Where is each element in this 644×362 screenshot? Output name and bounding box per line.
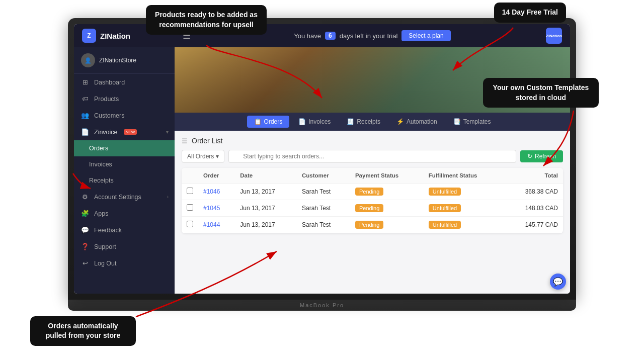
row-fulfillment: Unfulfilled bbox=[424, 200, 504, 217]
app-logo-text: ZINation bbox=[100, 32, 130, 40]
laptop-body: Z ZINation ☰ You have 6 days left in you… bbox=[68, 18, 576, 300]
order-link[interactable]: #1044 bbox=[203, 221, 220, 228]
row-payment: Pending bbox=[350, 184, 424, 200]
tab-invoices-icon: 📄 bbox=[298, 118, 306, 125]
fulfillment-badge: Unfulfilled bbox=[429, 188, 461, 196]
avatar: 👤 bbox=[81, 53, 95, 67]
order-list-icon: ☰ bbox=[182, 137, 188, 145]
sidebar-item-logout[interactable]: ↩ Log Out bbox=[74, 255, 175, 272]
row-fulfillment: Unfulfilled bbox=[424, 217, 504, 233]
new-badge: NEW bbox=[124, 129, 137, 135]
payment-badge: Pending bbox=[355, 188, 383, 196]
row-order: #1045 bbox=[198, 200, 235, 217]
payment-badge: Pending bbox=[355, 221, 383, 229]
sidebar-label-dashboard: Dashboard bbox=[94, 79, 125, 86]
row-total: 148.03 CAD bbox=[504, 200, 563, 217]
search-input[interactable] bbox=[228, 150, 516, 163]
table-row: #1045 Jun 13, 2017 Sarah Test Pending Un… bbox=[182, 200, 563, 217]
sidebar-item-customers[interactable]: 👥 Customers bbox=[74, 107, 175, 124]
tab-automation-icon: ⚡ bbox=[396, 118, 404, 125]
tab-receipts[interactable]: 🧾 Receipts bbox=[340, 116, 387, 128]
th-checkbox bbox=[182, 168, 198, 184]
refresh-button[interactable]: ↻ Refresh bbox=[520, 150, 563, 162]
row-date: Jun 13, 2017 bbox=[235, 217, 297, 233]
laptop-base: MacBook Pro bbox=[68, 300, 576, 311]
order-toolbar: All Orders ▾ 🔍 ↻ Refresh bbox=[182, 150, 563, 163]
tab-invoices[interactable]: 📄 Invoices bbox=[291, 116, 338, 128]
chat-bubble[interactable]: 💬 bbox=[550, 274, 566, 290]
sidebar-label-receipts: Receipts bbox=[89, 177, 114, 184]
order-link[interactable]: #1046 bbox=[203, 188, 220, 195]
sidebar-label-logout: Log Out bbox=[94, 260, 116, 267]
refresh-icon: ↻ bbox=[527, 153, 532, 160]
user-name: ZINationStore bbox=[99, 57, 136, 64]
feedback-icon: 💬 bbox=[81, 226, 89, 234]
th-customer: Customer bbox=[297, 168, 350, 184]
sidebar-item-dashboard[interactable]: ⊞ Dashboard bbox=[74, 74, 175, 90]
sidebar-label-products: Products bbox=[94, 96, 119, 103]
row-customer: Sarah Test bbox=[297, 184, 350, 200]
sidebar-label-support: Support bbox=[94, 243, 116, 250]
support-icon: ❓ bbox=[81, 243, 89, 250]
callout-orders: Orders automatically pulled from your st… bbox=[30, 316, 136, 346]
select-plan-button[interactable]: Select a plan bbox=[401, 30, 450, 41]
logout-icon: ↩ bbox=[81, 259, 89, 267]
laptop-screen: Z ZINation ☰ You have 6 days left in you… bbox=[74, 24, 570, 294]
filter-chevron-icon: ▾ bbox=[216, 153, 219, 160]
sidebar-label-customers: Customers bbox=[94, 112, 124, 119]
orders-table: Order Date Customer Payment Status Fulfi… bbox=[182, 168, 563, 233]
row-checkbox[interactable] bbox=[187, 221, 193, 227]
th-payment: Payment Status bbox=[350, 168, 424, 184]
table-row: #1046 Jun 13, 2017 Sarah Test Pending Un… bbox=[182, 184, 563, 200]
trial-text-after: days left in your trial bbox=[340, 32, 398, 40]
dashboard-icon: ⊞ bbox=[81, 78, 89, 86]
tabs-bar: 📋 Orders 📄 Invoices 🧾 Receipts bbox=[175, 113, 570, 131]
sidebar-item-feedback[interactable]: 💬 Feedback bbox=[74, 222, 175, 238]
sidebar-label-invoices: Invoices bbox=[89, 161, 112, 168]
sidebar-item-receipts[interactable]: Receipts bbox=[74, 172, 175, 189]
row-date: Jun 13, 2017 bbox=[235, 200, 297, 217]
row-checkbox-cell bbox=[182, 184, 198, 200]
th-order: Order bbox=[198, 168, 235, 184]
row-customer: Sarah Test bbox=[297, 200, 350, 217]
sidebar-item-apps[interactable]: 🧩 Apps bbox=[74, 205, 175, 222]
sidebar-label-feedback: Feedback bbox=[94, 227, 122, 234]
row-checkbox[interactable] bbox=[187, 188, 193, 194]
settings-icon: ⚙ bbox=[81, 193, 89, 201]
fulfillment-badge: Unfulfilled bbox=[429, 221, 461, 229]
apps-icon: 🧩 bbox=[81, 210, 89, 217]
tab-automation[interactable]: ⚡ Automation bbox=[389, 116, 444, 128]
zinvoice-icon: 📄 bbox=[81, 128, 89, 136]
sidebar-item-zinvoice[interactable]: 📄 Zinvoice NEW ▾ bbox=[74, 124, 175, 140]
row-payment: Pending bbox=[350, 200, 424, 217]
filter-dropdown[interactable]: All Orders ▾ bbox=[182, 150, 224, 163]
sidebar-item-invoices[interactable]: Invoices bbox=[74, 156, 175, 172]
order-list-header: ☰ Order List bbox=[182, 137, 563, 145]
app-container: Z ZINation ☰ You have 6 days left in you… bbox=[74, 24, 570, 294]
sidebar-item-support[interactable]: ❓ Support bbox=[74, 238, 175, 255]
tab-orders[interactable]: 📋 Orders bbox=[247, 116, 290, 128]
sidebar: 👤 ZINationStore ⊞ Dashboard 🏷 Products bbox=[74, 47, 175, 294]
sidebar-item-products[interactable]: 🏷 Products bbox=[74, 90, 175, 107]
order-link[interactable]: #1045 bbox=[203, 205, 220, 212]
row-checkbox[interactable] bbox=[187, 204, 193, 211]
row-total: 368.38 CAD bbox=[504, 184, 563, 200]
trial-text-before: You have bbox=[294, 32, 321, 40]
tab-templates[interactable]: 📑 Templates bbox=[446, 116, 498, 128]
sidebar-label-account-settings: Account Settings bbox=[94, 194, 141, 201]
sidebar-item-orders[interactable]: Orders bbox=[74, 140, 175, 156]
order-list-title: Order List bbox=[192, 137, 222, 145]
payment-badge: Pending bbox=[355, 204, 383, 212]
th-fulfillment: Fulfillment Status bbox=[424, 168, 504, 184]
zinvoice-brand-logo: ZINation bbox=[546, 28, 562, 44]
row-customer: Sarah Test bbox=[297, 217, 350, 233]
zinvoice-logo-icon: Z bbox=[82, 29, 96, 43]
row-order: #1044 bbox=[198, 217, 235, 233]
row-fulfillment: Unfulfilled bbox=[424, 184, 504, 200]
sidebar-item-account-settings[interactable]: ⚙ Account Settings › bbox=[74, 189, 175, 205]
row-date: Jun 13, 2017 bbox=[235, 184, 297, 200]
fulfillment-badge: Unfulfilled bbox=[429, 204, 461, 212]
row-total: 145.77 CAD bbox=[504, 217, 563, 233]
trial-days-badge: 6 bbox=[325, 32, 336, 40]
laptop-brand: MacBook Pro bbox=[300, 302, 344, 308]
